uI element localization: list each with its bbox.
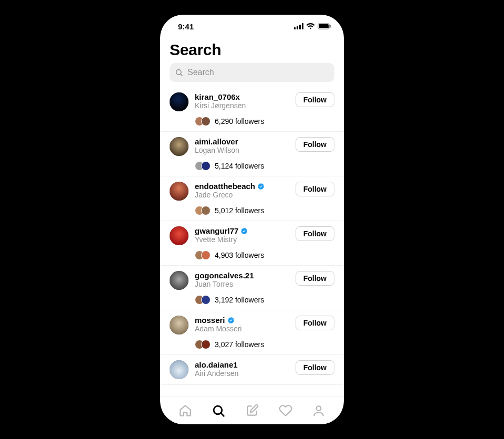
follow-button[interactable]: Follow: [296, 182, 334, 196]
facepile-avatar: [201, 206, 211, 215]
status-time: 9:41: [178, 22, 194, 31]
verified-badge-icon: [257, 183, 265, 190]
user-row[interactable]: endoatthebeach Jade Greco Follow 5,012 f…: [160, 176, 344, 221]
follow-button[interactable]: Follow: [296, 92, 334, 107]
followers-line: 6,290 followers: [195, 117, 334, 126]
search-icon: [212, 404, 225, 417]
tab-search[interactable]: [212, 404, 225, 417]
verified-badge-icon: [240, 227, 248, 235]
facepile: [195, 206, 211, 215]
display-name: Jade Greco: [195, 191, 296, 199]
facepile: [195, 117, 211, 126]
display-name: Juan Torres: [195, 280, 296, 288]
user-row[interactable]: kiran_0706x Kirsi Jørgensen Follow 6,290…: [160, 87, 344, 132]
followers-count: 5,012 followers: [215, 206, 264, 215]
phone-frame: 9:41 Search Search kiran_0706x: [160, 15, 344, 424]
followers-line: 4,903 followers: [195, 250, 334, 260]
svg-point-11: [317, 406, 321, 411]
home-icon: [178, 404, 192, 417]
followers-count: 5,124 followers: [215, 162, 264, 170]
heart-icon: [279, 404, 292, 417]
search-placeholder: Search: [187, 68, 214, 77]
followers-line: 5,012 followers: [195, 206, 334, 215]
battery-icon: [318, 23, 331, 29]
avatar[interactable]: [170, 92, 188, 111]
cellular-icon: [294, 23, 303, 29]
svg-rect-3: [302, 23, 303, 29]
followers-line: 3,192 followers: [195, 295, 334, 305]
facepile-avatar: [201, 117, 211, 126]
username: alo.daiane1: [195, 360, 238, 369]
svg-rect-5: [319, 24, 329, 28]
facepile-avatar: [201, 340, 211, 349]
facepile-avatar: [201, 161, 211, 171]
follow-button[interactable]: Follow: [296, 360, 334, 375]
tab-profile[interactable]: [312, 404, 326, 417]
username: endoatthebeach: [195, 182, 255, 191]
username: mosseri: [195, 316, 225, 325]
facepile: [195, 250, 211, 260]
avatar[interactable]: [170, 316, 188, 335]
user-row[interactable]: alo.daiane1 Airi Andersen Follow: [160, 355, 344, 385]
avatar[interactable]: [170, 271, 188, 290]
follow-button[interactable]: Follow: [296, 226, 334, 241]
profile-icon: [312, 404, 326, 417]
follow-button[interactable]: Follow: [296, 137, 334, 152]
follow-button[interactable]: Follow: [296, 271, 334, 286]
followers-count: 3,192 followers: [215, 296, 264, 304]
follow-button[interactable]: Follow: [296, 316, 334, 330]
status-indicators: [294, 23, 331, 29]
tab-home[interactable]: [178, 404, 192, 417]
svg-rect-1: [297, 26, 298, 29]
followers-line: 3,027 followers: [195, 340, 334, 349]
search-input[interactable]: Search: [170, 63, 334, 82]
username: aimi.allover: [195, 137, 238, 146]
username: gogoncalves.21: [195, 271, 254, 280]
wifi-icon: [306, 23, 315, 29]
display-name: Kirsi Jørgensen: [195, 101, 296, 110]
svg-rect-0: [294, 27, 296, 29]
facepile: [195, 340, 211, 349]
display-name: Airi Andersen: [195, 369, 296, 378]
followers-count: 3,027 followers: [215, 340, 264, 349]
avatar[interactable]: [170, 137, 188, 156]
svg-rect-6: [330, 25, 331, 28]
followers-count: 6,290 followers: [215, 117, 264, 126]
tab-bar: [160, 396, 344, 424]
avatar[interactable]: [170, 226, 188, 245]
tab-compose[interactable]: [245, 404, 259, 417]
facepile: [195, 295, 211, 305]
facepile: [195, 161, 211, 171]
username: gwangurl77: [195, 226, 238, 235]
user-row[interactable]: mosseri Adam Mosseri Follow 3,027 follow…: [160, 310, 344, 355]
avatar[interactable]: [170, 360, 188, 379]
user-row[interactable]: gwangurl77 Yvette Mistry Follow 4,903 fo…: [160, 221, 344, 266]
compose-icon: [245, 404, 259, 417]
svg-line-10: [221, 413, 224, 416]
display-name: Logan Wilson: [195, 146, 296, 154]
facepile-avatar: [201, 295, 211, 305]
display-name: Yvette Mistry: [195, 235, 296, 244]
results-list: kiran_0706x Kirsi Jørgensen Follow 6,290…: [160, 87, 344, 396]
search-icon: [175, 68, 183, 77]
status-bar: 9:41: [160, 15, 344, 38]
followers-line: 5,124 followers: [195, 161, 334, 171]
tab-activity[interactable]: [279, 404, 292, 417]
avatar[interactable]: [170, 182, 188, 201]
user-row[interactable]: gogoncalves.21 Juan Torres Follow 3,192 …: [160, 266, 344, 310]
display-name: Adam Mosseri: [195, 325, 296, 333]
page-title: Search: [160, 38, 344, 63]
username: kiran_0706x: [195, 92, 240, 101]
svg-line-8: [181, 74, 182, 76]
followers-count: 4,903 followers: [215, 251, 264, 259]
facepile-avatar: [201, 250, 211, 260]
verified-badge-icon: [227, 317, 235, 324]
svg-rect-2: [299, 25, 301, 29]
user-row[interactable]: aimi.allover Logan Wilson Follow 5,124 f…: [160, 132, 344, 176]
